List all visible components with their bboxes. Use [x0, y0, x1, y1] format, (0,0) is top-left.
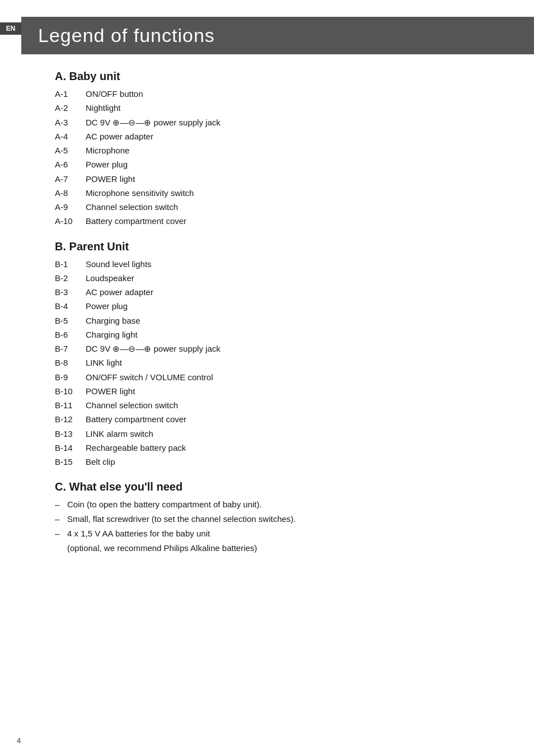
dash: –: [55, 512, 67, 526]
list-item: B-7DC 9V ⊕—⊖—⊕ power supply jack: [55, 342, 512, 355]
section-c: C. What else you'll need –Coin (to open …: [55, 480, 512, 555]
list-item: B-10POWER light: [55, 385, 512, 398]
indent-text: (optional, we recommend Philips Alkaline…: [67, 542, 512, 555]
item-desc: LINK alarm switch: [86, 427, 153, 440]
list-item: A-2Nightlight: [55, 101, 512, 114]
item-desc: AC power adapter: [86, 286, 153, 298]
item-code: B-11: [55, 399, 86, 412]
list-item: –Small, flat screwdriver (to set the cha…: [55, 512, 512, 526]
dash: –: [55, 527, 67, 540]
item-desc: ON/OFF button: [86, 87, 143, 100]
item-desc: DC 9V ⊕—⊖—⊕ power supply jack: [86, 342, 221, 355]
header-bar: Legend of functions: [21, 17, 534, 54]
item-desc: Channel selection switch: [86, 200, 178, 213]
item-code: B-6: [55, 328, 86, 341]
section-c-list: –Coin (to open the battery compartment o…: [55, 498, 512, 540]
item-code: A-6: [55, 158, 86, 171]
item-code: A-4: [55, 130, 86, 143]
list-item: B-4Power plug: [55, 300, 512, 312]
item-code: A-10: [55, 214, 86, 227]
section-b: B. Parent Unit B-1Sound level lightsB-2L…: [55, 240, 512, 469]
item-desc: Power plug: [86, 300, 128, 312]
list-item: B-1Sound level lights: [55, 258, 512, 270]
list-item: B-3AC power adapter: [55, 286, 512, 298]
item-desc: AC power adapter: [86, 130, 153, 143]
list-item: B-13LINK alarm switch: [55, 427, 512, 440]
list-item: A-8Microphone sensitivity switch: [55, 186, 512, 199]
list-item: A-7POWER light: [55, 172, 512, 185]
dash: –: [55, 498, 67, 511]
section-a: A. Baby unit A-1ON/OFF buttonA-2Nightlig…: [55, 70, 512, 228]
item-code: A-5: [55, 144, 86, 157]
list-item: B-9ON/OFF switch / VOLUME control: [55, 371, 512, 384]
section-a-list: A-1ON/OFF buttonA-2NightlightA-3DC 9V ⊕—…: [55, 87, 512, 228]
item-desc: Power plug: [86, 158, 128, 171]
item-desc: DC 9V ⊕—⊖—⊕ power supply jack: [86, 116, 221, 129]
item-code: B-7: [55, 342, 86, 355]
main-content: A. Baby unit A-1ON/OFF buttonA-2Nightlig…: [21, 54, 534, 590]
page-number: 4: [17, 736, 21, 745]
list-item: B-2Loudspeaker: [55, 272, 512, 284]
item-desc: POWER light: [86, 385, 135, 398]
item-desc: Nightlight: [86, 101, 121, 114]
item-code: B-12: [55, 413, 86, 426]
item-code: A-1: [55, 87, 86, 100]
item-code: B-4: [55, 300, 86, 312]
list-item: B-8LINK light: [55, 356, 512, 369]
list-item: A-6Power plug: [55, 158, 512, 171]
item-code: B-14: [55, 441, 86, 454]
lang-label: EN: [0, 22, 21, 35]
item-desc: Rechargeable battery pack: [86, 441, 186, 454]
item-code: B-13: [55, 427, 86, 440]
list-item: A-1ON/OFF button: [55, 87, 512, 100]
item-desc: Sound level lights: [86, 258, 152, 270]
item-desc: Microphone sensitivity switch: [86, 186, 194, 199]
item-code: B-10: [55, 385, 86, 398]
item-code: A-3: [55, 116, 86, 129]
item-desc: LINK light: [86, 356, 122, 369]
item-code: A-9: [55, 200, 86, 213]
list-item: B-15Belt clip: [55, 455, 512, 468]
list-item: A-3DC 9V ⊕—⊖—⊕ power supply jack: [55, 116, 512, 129]
list-item: –Coin (to open the battery compartment o…: [55, 498, 512, 511]
section-b-title: B. Parent Unit: [55, 240, 512, 253]
list-item: –4 x 1,5 V AA batteries for the baby uni…: [55, 527, 512, 540]
item-desc: Charging light: [86, 328, 138, 341]
item-desc: 4 x 1,5 V AA batteries for the baby unit: [67, 527, 210, 540]
item-desc: Charging base: [86, 314, 140, 327]
item-desc: Battery compartment cover: [86, 214, 186, 227]
item-desc: Coin (to open the battery compartment of…: [67, 498, 262, 511]
item-code: B-2: [55, 272, 86, 284]
list-item: B-5Charging base: [55, 314, 512, 327]
list-item: B-12Battery compartment cover: [55, 413, 512, 426]
item-code: A-8: [55, 186, 86, 199]
item-code: A-7: [55, 172, 86, 185]
list-item: B-14Rechargeable battery pack: [55, 441, 512, 454]
list-item: B-6Charging light: [55, 328, 512, 341]
item-desc: Loudspeaker: [86, 272, 134, 284]
item-code: B-15: [55, 455, 86, 468]
item-code: B-9: [55, 371, 86, 384]
list-item: A-10Battery compartment cover: [55, 214, 512, 227]
item-code: B-1: [55, 258, 86, 270]
item-desc: Small, flat screwdriver (to set the chan…: [67, 512, 296, 526]
item-desc: Belt clip: [86, 455, 115, 468]
item-desc: Microphone: [86, 144, 129, 157]
list-item: A-5Microphone: [55, 144, 512, 157]
item-code: B-8: [55, 356, 86, 369]
item-desc: ON/OFF switch / VOLUME control: [86, 371, 213, 384]
item-code: A-2: [55, 101, 86, 114]
item-desc: POWER light: [86, 172, 135, 185]
page-title: Legend of functions: [38, 25, 517, 46]
section-a-title: A. Baby unit: [55, 70, 512, 83]
list-item: A-9Channel selection switch: [55, 200, 512, 213]
section-b-list: B-1Sound level lightsB-2LoudspeakerB-3AC…: [55, 258, 512, 469]
item-code: B-5: [55, 314, 86, 327]
section-c-title: C. What else you'll need: [55, 480, 512, 493]
item-desc: Battery compartment cover: [86, 413, 186, 426]
list-item: A-4AC power adapter: [55, 130, 512, 143]
item-code: B-3: [55, 286, 86, 298]
list-item: B-11Channel selection switch: [55, 399, 512, 412]
item-desc: Channel selection switch: [86, 399, 178, 412]
